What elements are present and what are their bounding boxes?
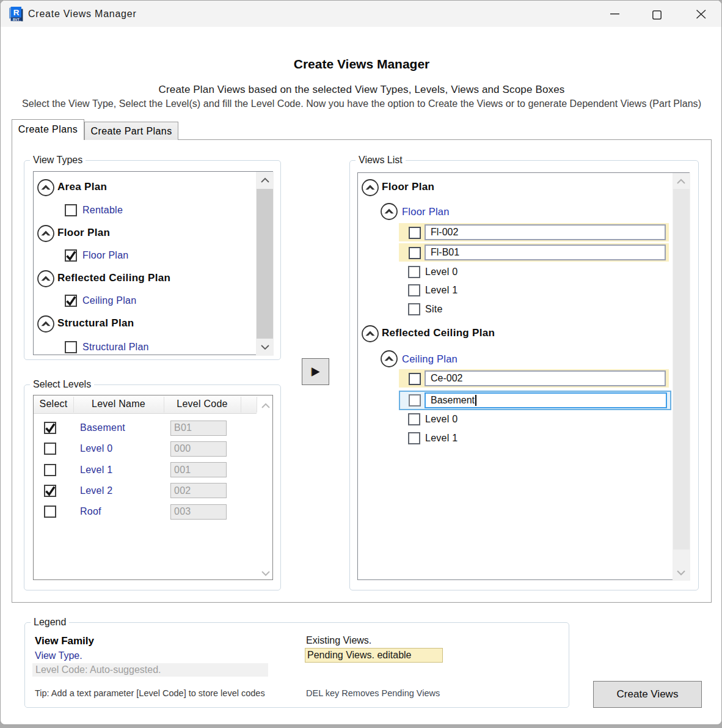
svg-text:R: R xyxy=(13,8,19,17)
svg-text:RVT: RVT xyxy=(12,18,19,21)
